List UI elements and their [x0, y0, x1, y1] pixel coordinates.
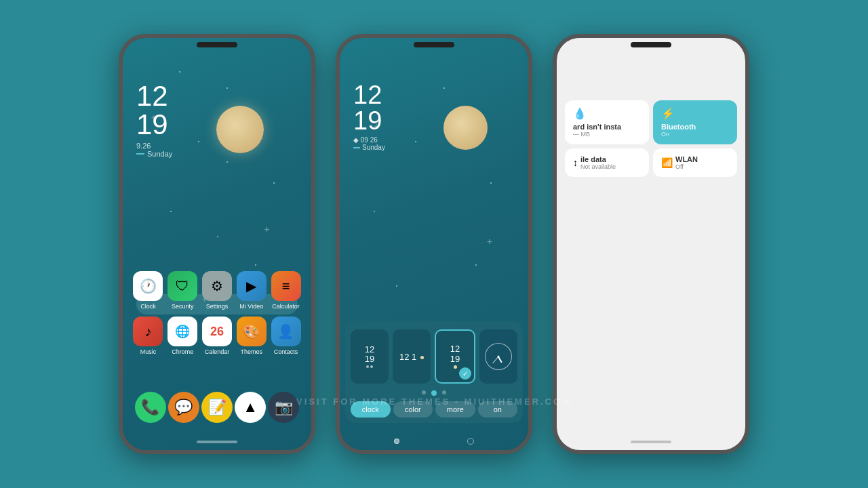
app-music-label: Music [140, 348, 157, 355]
mobile-data-icon: 💧 [573, 107, 641, 120]
clock-option-1[interactable]: 1219 [351, 329, 389, 384]
dock-camera-icon: 📷 [268, 392, 299, 423]
app-settings[interactable]: ⚙ Settings [200, 271, 235, 310]
nav-bar [340, 438, 528, 445]
cc-bluetooth-title: Bluetooth [661, 123, 729, 131]
app-calendar-label: Calendar [205, 348, 230, 355]
app-mivideo-icon: ▶ [237, 271, 267, 301]
app-security-icon: 🛡 [167, 271, 197, 301]
app-calculator-label: Calculator [272, 303, 300, 310]
dock-camera[interactable]: 📷 [267, 392, 300, 423]
app-clock-icon: 🕐 [133, 271, 163, 301]
phone3-home-bar [631, 441, 671, 443]
app-chrome[interactable]: 🌐 Chrome [165, 317, 200, 355]
phone2-clock-minute: 19 [353, 108, 385, 134]
app-chrome-label: Chrome [172, 348, 193, 355]
app-row-2: ♪ Music 🌐 Chrome 26 Calendar 🎨 Themes [131, 317, 303, 355]
clock-date: 9.26 [136, 142, 172, 150]
cc-bluetooth-tile[interactable]: ⚡ Bluetooth On [653, 100, 737, 144]
clock-option-2[interactable]: 12 1 [393, 329, 431, 384]
app-calculator-icon: ≡ [271, 271, 301, 301]
clock-widget: 12 19 9.26 Sunday [136, 82, 172, 158]
phone-home-screen: + + + ✱ ▼ ◻ ▬ 12 19 9.26 Sunday [119, 34, 315, 454]
cc-mobile-tile[interactable]: ↕ ile data Not available [565, 148, 649, 177]
wlan-icon: 📶 [661, 157, 673, 168]
cc-wlan-sub: Off [675, 163, 698, 170]
app-settings-label: Settings [206, 303, 229, 310]
nav-home-dot [394, 439, 399, 444]
phone2-clock-date: ◆ 09 26 [353, 136, 385, 144]
cc-wlan-title: WLAN [675, 155, 698, 163]
dock-phone-icon: 📞 [135, 392, 166, 423]
clock-day: Sunday [136, 150, 172, 158]
app-music-icon: ♪ [133, 317, 163, 346]
app-clock-label: Clock [140, 303, 156, 310]
cc-wlan-tile[interactable]: 📶 WLAN Off [653, 148, 737, 177]
dock-drive-icon: ▲ [235, 392, 266, 423]
app-calendar-icon: 26 [202, 317, 232, 346]
clock-hour: 12 [136, 82, 172, 110]
clock-options-list: 1219 12 1 [351, 329, 517, 384]
page-dot-2 [431, 390, 437, 396]
app-clock[interactable]: 🕐 Clock [131, 271, 165, 310]
mobile-icon: ↕ [573, 157, 578, 168]
phone2-clock-widget: 12 19 ◆ 09 26 Sunday [353, 82, 385, 151]
dock: 📞 💬 📝 ▲ 📷 [123, 392, 311, 423]
app-settings-icon: ⚙ [202, 271, 232, 301]
cc-mobile-data-tile[interactable]: 💧 ard isn't insta — MB [565, 100, 649, 144]
nav-camera-dot [467, 438, 474, 445]
cc-mobile-data-title: ard isn't insta [573, 123, 641, 131]
dock-drive[interactable]: ▲ [234, 392, 267, 423]
app-music[interactable]: ♪ Music [131, 317, 165, 355]
app-themes-label: Themes [241, 348, 263, 355]
cc-bluetooth-sub: On [661, 131, 729, 138]
app-themes-icon: 🎨 [237, 317, 267, 346]
dock-notes[interactable]: 📝 [200, 392, 233, 423]
dock-messages-icon: 💬 [168, 392, 199, 423]
cc-mobile-data-sub: — MB [573, 131, 641, 138]
background: + + + ✱ ▼ ◻ ▬ 12 19 9.26 Sunday [119, 34, 749, 454]
app-calendar[interactable]: 26 Calendar [200, 317, 235, 355]
app-contacts-label: Contacts [274, 348, 298, 355]
app-mivideo[interactable]: ▶ Mi Video [234, 271, 269, 310]
dock-messages[interactable]: 💬 [167, 392, 200, 423]
page-dot-3 [442, 390, 446, 394]
phone2-clock-hour: 12 [353, 82, 385, 108]
app-mivideo-label: Mi Video [239, 303, 263, 310]
analog-clock-preview [485, 343, 512, 370]
app-security-label: Security [172, 303, 194, 310]
phone2-clock-day: Sunday [353, 144, 385, 151]
app-security[interactable]: 🛡 Security [165, 271, 200, 310]
moon-decoration [216, 106, 264, 153]
app-chrome-icon: 🌐 [167, 317, 197, 346]
app-row-1: 🕐 Clock 🛡 Security ⚙ Settings ▶ Mi Video [131, 271, 303, 310]
clock-option-4[interactable] [479, 329, 517, 384]
phone-clock-selector: + + ✱ ▼ ◻ ▬ 12 19 ◆ 09 26 Sunday [336, 34, 532, 454]
clock-minute: 19 [136, 110, 172, 139]
app-themes[interactable]: 🎨 Themes [234, 317, 269, 355]
page-dot-1 [422, 390, 426, 394]
app-grid: 🕐 Clock 🛡 Security ⚙ Settings ▶ Mi Video [123, 271, 311, 362]
phone2-moon [443, 106, 488, 150]
watermark-text: VISIT FOR MORE THEMES - MIUITHEMER.COM [296, 396, 572, 407]
dock-phone[interactable]: 📞 [134, 392, 167, 423]
app-contacts[interactable]: 👤 Contacts [269, 317, 303, 355]
cc-mobile-title: ile data [580, 155, 616, 163]
cc-mobile-sub: Not available [580, 163, 616, 170]
home-bar [197, 441, 237, 443]
phone-control-center: ency calls only ✱ ▼ ◻ ▬ 12:19 Sunday, Se… [553, 34, 749, 454]
selected-check-badge: ✓ [459, 367, 471, 380]
app-contacts-icon: 👤 [271, 317, 301, 346]
clock-option-3[interactable]: 1219 ✓ [435, 329, 475, 384]
dock-notes-icon: 📝 [201, 392, 233, 423]
app-calculator[interactable]: ≡ Calculator [269, 271, 303, 310]
bluetooth-icon: ⚡ [661, 107, 729, 120]
clock-selector-panel: 1219 12 1 [345, 321, 523, 423]
selector-pagination [351, 390, 517, 396]
